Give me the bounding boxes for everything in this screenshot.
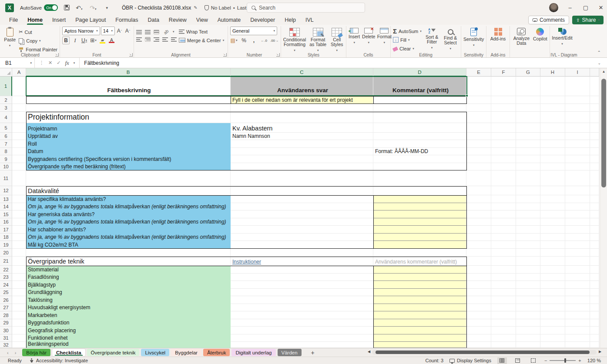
row-header-21[interactable]: 21 — [0, 257, 12, 266]
cell-E1[interactable] — [466, 77, 491, 96]
row-header-22[interactable]: 22 — [0, 266, 12, 274]
cell-C12[interactable] — [231, 186, 373, 195]
cell-E9[interactable] — [466, 155, 491, 163]
cell-E18[interactable] — [466, 234, 491, 241]
col-header-F[interactable]: F — [491, 68, 516, 77]
cell-B5[interactable]: Projektnamn — [26, 123, 231, 133]
cell-A14[interactable] — [12, 203, 26, 210]
cell-G5[interactable] — [516, 123, 540, 133]
row-header-12[interactable]: 12 — [0, 186, 12, 195]
align-middle-icon[interactable] — [145, 30, 151, 34]
row-header-31[interactable]: 31 — [0, 334, 12, 342]
cell-H19[interactable] — [540, 241, 565, 249]
cell-D30[interactable] — [373, 327, 466, 334]
cell-G25[interactable] — [516, 289, 540, 296]
cell-E7[interactable] — [466, 140, 491, 148]
cell-H8[interactable] — [540, 148, 565, 155]
cell-I2[interactable] — [565, 96, 590, 104]
cell-J29[interactable] — [590, 319, 599, 327]
col-header-A[interactable]: A — [12, 68, 26, 77]
cell-H14[interactable] — [540, 203, 565, 210]
cell-H20[interactable] — [540, 249, 565, 257]
cell-D25[interactable] — [373, 289, 466, 296]
cell-G22[interactable] — [516, 266, 540, 274]
alignment-dialog-launcher[interactable] — [223, 53, 227, 57]
horizontal-scroll-thumb[interactable] — [376, 351, 590, 354]
cell-F2[interactable] — [491, 96, 516, 104]
cell-G27[interactable] — [516, 304, 540, 311]
cell-I25[interactable] — [565, 289, 590, 296]
number-dialog-launcher[interactable] — [276, 53, 280, 57]
cell-I6[interactable] — [565, 133, 590, 140]
cell-D16[interactable] — [373, 218, 466, 226]
cell-H27[interactable] — [540, 304, 565, 311]
cell-J15[interactable] — [590, 210, 599, 218]
cell-C18[interactable] — [231, 234, 373, 241]
cell-E13[interactable] — [466, 195, 491, 203]
cell-C15[interactable] — [231, 210, 373, 218]
cell-I14[interactable] — [565, 203, 590, 210]
cell-H30[interactable] — [540, 327, 565, 334]
cell-D29[interactable] — [373, 319, 466, 327]
cell-F13[interactable] — [491, 195, 516, 203]
cell-D28[interactable] — [373, 311, 466, 319]
percent-style-button[interactable]: % — [240, 37, 248, 44]
cell-H11[interactable] — [540, 170, 565, 186]
cell-B8[interactable]: Datum — [26, 148, 231, 155]
cell-J4[interactable] — [590, 112, 599, 123]
cell-C9[interactable] — [231, 155, 373, 163]
cell-F30[interactable] — [491, 327, 516, 334]
ribbon-tab-review[interactable]: Review — [164, 15, 191, 25]
cell-B13[interactable]: Har specifika klimatdata använts? — [26, 195, 231, 203]
row-header-11[interactable]: 11 — [0, 170, 12, 186]
decrease-font-button[interactable]: Aˇ — [124, 27, 131, 35]
cell-A28[interactable] — [12, 311, 26, 319]
insert-cells-button[interactable]: Insert▾ — [349, 27, 360, 45]
cell-E25[interactable] — [466, 289, 491, 296]
cell-H16[interactable] — [540, 218, 565, 226]
cell-J11[interactable] — [590, 170, 599, 186]
conditional-formatting-button[interactable]: Conditional Formatting▾ — [283, 27, 306, 53]
cell-A5[interactable] — [12, 123, 26, 133]
cell-B12[interactable]: Datakvalité — [26, 186, 231, 195]
number-format-combo[interactable]: General▾ — [230, 27, 277, 35]
row-header-25[interactable]: 25 — [0, 289, 12, 296]
cell-B30[interactable]: Geografisk placering — [26, 327, 231, 334]
cell-B20[interactable] — [26, 249, 231, 257]
cell-J23[interactable] — [590, 274, 599, 281]
sensitivity-button[interactable]: Sensitivity▾ — [463, 27, 484, 47]
sheet-tab-byggdelar[interactable]: Byggdelar — [171, 349, 201, 356]
maximize-button[interactable]: ▢ — [578, 0, 593, 15]
cell-G3[interactable] — [516, 104, 540, 112]
cell-D24[interactable] — [373, 281, 466, 289]
cell-H21[interactable] — [540, 257, 565, 266]
cell-D20[interactable] — [373, 249, 466, 257]
cell-F18[interactable] — [491, 234, 516, 241]
increase-font-button[interactable]: Aˆ — [116, 27, 123, 35]
cell-J8[interactable] — [590, 148, 599, 155]
search-input[interactable]: Search — [247, 3, 365, 13]
row-header-23[interactable]: 23 — [0, 274, 12, 281]
cell-J22[interactable] — [590, 266, 599, 274]
row-header-9[interactable]: 9 — [0, 155, 12, 163]
cell-A21[interactable] — [12, 257, 26, 266]
sheet-tab-övergripande-teknik[interactable]: Övergripande teknik — [87, 349, 140, 356]
cell-J24[interactable] — [590, 281, 599, 289]
cell-C13[interactable] — [231, 195, 373, 203]
cell-D4[interactable] — [373, 112, 466, 123]
autosave-control[interactable]: AutoSave On — [20, 4, 58, 11]
cell-D19[interactable] — [373, 241, 466, 249]
cell-I11[interactable] — [565, 170, 590, 186]
row-header-13[interactable]: 13 — [0, 195, 12, 203]
cell-C4[interactable] — [231, 112, 373, 123]
fill-color-button[interactable]: ▰ — [99, 37, 106, 44]
cell-A29[interactable] — [12, 319, 26, 327]
cell-C19[interactable] — [231, 241, 373, 249]
ribbon-tab-file[interactable]: File — [4, 15, 23, 25]
cell-H17[interactable] — [540, 226, 565, 234]
cell-D22[interactable] — [373, 266, 466, 274]
cell-G13[interactable] — [516, 195, 540, 203]
cell-E30[interactable] — [466, 327, 491, 334]
cell-D27[interactable] — [373, 304, 466, 311]
cell-G28[interactable] — [516, 311, 540, 319]
